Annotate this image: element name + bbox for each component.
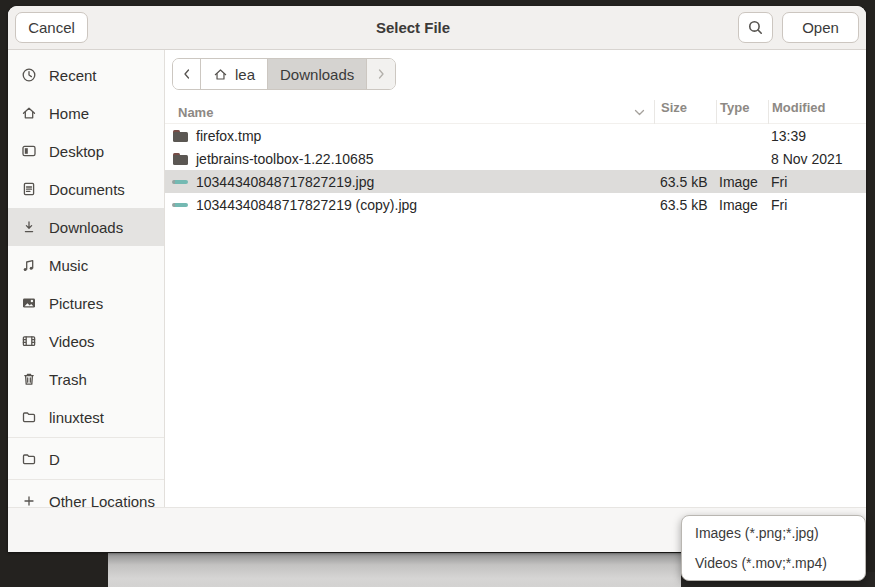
- sidebar-item-d-folder[interactable]: D: [8, 440, 164, 478]
- sidebar-item-label: Other Locations: [49, 493, 155, 508]
- file-name: 10344340848717827219 (copy).jpg: [196, 197, 417, 213]
- picture-icon: [21, 295, 37, 311]
- sidebar-item-label: Documents: [49, 181, 125, 198]
- home-icon: [21, 105, 37, 121]
- sidebar-separator: [8, 437, 164, 438]
- file-type: Image: [716, 174, 768, 190]
- path-bar: lea Downloads: [172, 58, 396, 90]
- table-row[interactable]: 10344340848717827219 (copy).jpg 63.5 kB …: [165, 193, 866, 216]
- breadcrumb-home[interactable]: lea: [201, 59, 268, 89]
- film-icon: [21, 333, 37, 349]
- dialog-content: Recent Home Desktop: [8, 50, 866, 507]
- sidebar-item-desktop[interactable]: Desktop: [8, 132, 164, 170]
- file-filter-popup: Images (*.png;*.jpg) Videos (*.mov;*.mp4…: [681, 515, 866, 581]
- sidebar-item-label: Videos: [49, 333, 95, 350]
- sidebar-item-music[interactable]: Music: [8, 246, 164, 284]
- file-name: 10344340848717827219.jpg: [196, 174, 374, 190]
- plus-icon: [21, 493, 37, 507]
- folder-icon: [172, 129, 189, 143]
- clock-icon: [21, 67, 37, 83]
- download-icon: [21, 219, 37, 235]
- sidebar-item-linuxtest[interactable]: linuxtest: [8, 398, 164, 436]
- document-icon: [21, 181, 37, 197]
- trash-icon: [21, 371, 37, 387]
- sidebar-item-label: Home: [49, 105, 89, 122]
- filter-option-videos[interactable]: Videos (*.mov;*.mp4): [682, 548, 865, 578]
- file-area: lea Downloads Name: [165, 50, 866, 507]
- search-button[interactable]: [738, 12, 773, 43]
- sidebar-item-documents[interactable]: Documents: [8, 170, 164, 208]
- file-name: firefox.tmp: [196, 128, 261, 144]
- chevron-left-icon: [181, 68, 193, 80]
- dialog-title: Select File: [88, 19, 738, 36]
- screen: Cancel Select File Open Recent: [0, 0, 875, 587]
- breadcrumb-current[interactable]: Downloads: [268, 59, 367, 89]
- sidebar-item-trash[interactable]: Trash: [8, 360, 164, 398]
- column-header-name[interactable]: Name: [165, 105, 654, 120]
- sidebar-item-label: Recent: [49, 67, 97, 84]
- file-type: Image: [716, 197, 768, 213]
- folder-icon: [21, 451, 37, 467]
- sidebar-item-label: Desktop: [49, 143, 104, 160]
- sidebar-item-other-locations[interactable]: Other Locations: [8, 482, 164, 507]
- sidebar-item-label: Pictures: [49, 295, 103, 312]
- file-modified: Fri: [768, 174, 866, 190]
- headerbar: Cancel Select File Open: [8, 6, 866, 50]
- sidebar-separator: [8, 479, 164, 480]
- file-modified: 13:39: [768, 128, 866, 144]
- file-list: Name Size Type Modified: [165, 100, 866, 216]
- desktop-icon: [21, 143, 37, 159]
- sidebar-item-recent[interactable]: Recent: [8, 56, 164, 94]
- folder-icon: [21, 409, 37, 425]
- file-size: 63.5 kB: [654, 174, 716, 190]
- sidebar-item-label: D: [49, 451, 60, 468]
- sidebar-item-label: Music: [49, 257, 88, 274]
- table-row[interactable]: firefox.tmp 13:39: [165, 124, 866, 147]
- folder-icon: [172, 152, 189, 166]
- sidebar-item-label: linuxtest: [49, 409, 104, 426]
- sidebar-item-videos[interactable]: Videos: [8, 322, 164, 360]
- file-modified: Fri: [768, 197, 866, 213]
- column-header-modified[interactable]: Modified: [768, 100, 866, 124]
- table-row[interactable]: jetbrains-toolbox-1.22.10685 8 Nov 2021: [165, 147, 866, 170]
- open-button[interactable]: Open: [782, 12, 859, 43]
- file-modified: 8 Nov 2021: [768, 151, 866, 167]
- sidebar-item-downloads[interactable]: Downloads: [8, 208, 164, 246]
- sidebar-item-pictures[interactable]: Pictures: [8, 284, 164, 322]
- cancel-button[interactable]: Cancel: [15, 12, 88, 43]
- filter-option-images[interactable]: Images (*.png;*.jpg): [682, 518, 865, 548]
- forward-button[interactable]: [367, 59, 395, 89]
- music-note-icon: [21, 257, 37, 273]
- home-icon: [213, 67, 228, 82]
- list-header: Name Size Type Modified: [165, 100, 866, 124]
- sidebar-item-label: Trash: [49, 371, 87, 388]
- file-chooser-dialog: Cancel Select File Open Recent: [8, 6, 866, 552]
- search-icon: [747, 19, 764, 36]
- column-header-type[interactable]: Type: [716, 100, 768, 124]
- back-button[interactable]: [173, 59, 201, 89]
- table-row-selected[interactable]: 10344340848717827219.jpg 63.5 kB Image F…: [165, 170, 866, 193]
- file-size: 63.5 kB: [654, 197, 716, 213]
- sidebar-item-label: Downloads: [49, 219, 123, 236]
- chevron-right-icon: [375, 68, 387, 80]
- sidebar-item-home[interactable]: Home: [8, 94, 164, 132]
- places-sidebar: Recent Home Desktop: [8, 50, 165, 507]
- image-thumbnail-icon: [172, 175, 189, 189]
- file-name: jetbrains-toolbox-1.22.10685: [196, 151, 373, 167]
- chevron-down-icon[interactable]: [634, 109, 645, 116]
- breadcrumb-home-label: lea: [235, 66, 255, 83]
- column-header-size[interactable]: Size: [654, 100, 716, 124]
- image-thumbnail-icon: [172, 198, 189, 212]
